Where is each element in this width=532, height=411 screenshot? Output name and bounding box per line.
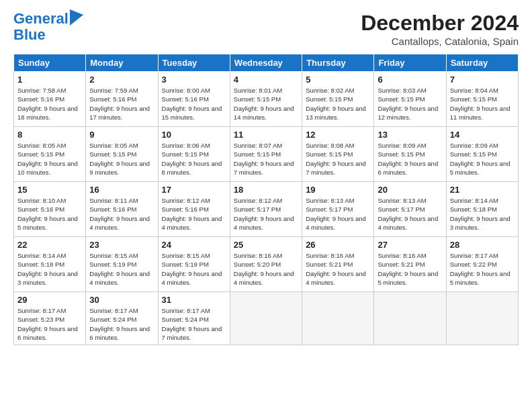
day-info: Sunrise: 8:05 AM Sunset: 5:15 PM Dayligh…: [17, 141, 82, 177]
day-number: 13: [378, 130, 442, 140]
day-number: 8: [17, 130, 82, 140]
day-info: Sunrise: 8:04 AM Sunset: 5:15 PM Dayligh…: [450, 86, 515, 122]
calendar-cell: 20 Sunrise: 8:13 AM Sunset: 5:17 PM Dayl…: [374, 182, 446, 237]
day-number: 12: [306, 130, 370, 140]
header-thursday: Thursday: [302, 54, 374, 72]
day-info: Sunrise: 8:15 AM Sunset: 5:19 PM Dayligh…: [162, 251, 226, 287]
day-info: Sunrise: 8:16 AM Sunset: 5:21 PM Dayligh…: [378, 251, 442, 287]
calendar-week-5: 29 Sunrise: 8:17 AM Sunset: 5:23 PM Dayl…: [14, 292, 519, 345]
day-info: Sunrise: 8:00 AM Sunset: 5:16 PM Dayligh…: [162, 86, 226, 122]
calendar-week-3: 15 Sunrise: 8:10 AM Sunset: 5:16 PM Dayl…: [14, 182, 519, 237]
calendar-cell: 21 Sunrise: 8:14 AM Sunset: 5:18 PM Dayl…: [446, 182, 518, 237]
day-number: 20: [378, 185, 442, 195]
calendar-cell: 30 Sunrise: 8:17 AM Sunset: 5:24 PM Dayl…: [86, 292, 158, 345]
weekday-header-row: Sunday Monday Tuesday Wednesday Thursday…: [14, 54, 519, 72]
header-tuesday: Tuesday: [158, 54, 230, 72]
day-number: 19: [306, 185, 370, 195]
calendar-cell: 26 Sunrise: 8:16 AM Sunset: 5:21 PM Dayl…: [302, 237, 374, 292]
calendar-cell: 22 Sunrise: 8:14 AM Sunset: 5:18 PM Dayl…: [14, 237, 86, 292]
day-info: Sunrise: 8:01 AM Sunset: 5:15 PM Dayligh…: [234, 86, 298, 122]
day-number: 29: [17, 295, 82, 305]
calendar-cell: 1 Sunrise: 7:58 AM Sunset: 5:16 PM Dayli…: [14, 72, 86, 127]
day-number: 2: [89, 75, 154, 85]
calendar-cell: 9 Sunrise: 8:05 AM Sunset: 5:15 PM Dayli…: [86, 127, 158, 182]
day-number: 31: [162, 295, 226, 305]
day-number: 10: [162, 130, 226, 140]
calendar-cell: [230, 292, 302, 345]
calendar-cell: 31 Sunrise: 8:17 AM Sunset: 5:24 PM Dayl…: [158, 292, 230, 345]
day-number: 17: [162, 185, 226, 195]
day-info: Sunrise: 8:16 AM Sunset: 5:21 PM Dayligh…: [306, 251, 370, 287]
calendar-cell: 12 Sunrise: 8:08 AM Sunset: 5:15 PM Dayl…: [302, 127, 374, 182]
calendar-cell: 10 Sunrise: 8:06 AM Sunset: 5:15 PM Dayl…: [158, 127, 230, 182]
day-info: Sunrise: 8:16 AM Sunset: 5:20 PM Dayligh…: [234, 251, 298, 287]
day-number: 15: [17, 185, 82, 195]
calendar-cell: 7 Sunrise: 8:04 AM Sunset: 5:15 PM Dayli…: [446, 72, 518, 127]
day-info: Sunrise: 8:17 AM Sunset: 5:22 PM Dayligh…: [450, 251, 515, 287]
day-number: 25: [234, 240, 298, 250]
calendar-cell: 5 Sunrise: 8:02 AM Sunset: 5:15 PM Dayli…: [302, 72, 374, 127]
day-info: Sunrise: 8:13 AM Sunset: 5:17 PM Dayligh…: [306, 196, 370, 232]
header-saturday: Saturday: [446, 54, 518, 72]
day-number: 3: [162, 75, 226, 85]
calendar-cell: 19 Sunrise: 8:13 AM Sunset: 5:17 PM Dayl…: [302, 182, 374, 237]
calendar-cell: 28 Sunrise: 8:17 AM Sunset: 5:22 PM Dayl…: [446, 237, 518, 292]
day-info: Sunrise: 8:14 AM Sunset: 5:18 PM Dayligh…: [17, 251, 82, 287]
calendar-cell: 16 Sunrise: 8:11 AM Sunset: 5:16 PM Dayl…: [86, 182, 158, 237]
day-info: Sunrise: 8:17 AM Sunset: 5:24 PM Dayligh…: [89, 306, 154, 342]
calendar-cell: 18 Sunrise: 8:12 AM Sunset: 5:17 PM Dayl…: [230, 182, 302, 237]
day-info: Sunrise: 8:17 AM Sunset: 5:23 PM Dayligh…: [17, 306, 82, 342]
day-number: 14: [450, 130, 515, 140]
day-number: 28: [450, 240, 515, 250]
page: General Blue December 2024 Cantallops, C…: [0, 0, 532, 411]
calendar-cell: 11 Sunrise: 8:07 AM Sunset: 5:15 PM Dayl…: [230, 127, 302, 182]
logo-icon: [70, 9, 83, 26]
day-info: Sunrise: 8:03 AM Sunset: 5:15 PM Dayligh…: [378, 86, 442, 122]
calendar-cell: 23 Sunrise: 8:15 AM Sunset: 5:19 PM Dayl…: [86, 237, 158, 292]
subtitle: Cantallops, Catalonia, Spain: [361, 36, 519, 47]
header-monday: Monday: [86, 54, 158, 72]
day-info: Sunrise: 8:09 AM Sunset: 5:15 PM Dayligh…: [378, 141, 442, 177]
header-sunday: Sunday: [14, 54, 86, 72]
day-info: Sunrise: 8:17 AM Sunset: 5:24 PM Dayligh…: [162, 306, 226, 342]
day-info: Sunrise: 8:12 AM Sunset: 5:17 PM Dayligh…: [234, 196, 298, 232]
day-number: 11: [234, 130, 298, 140]
month-title: December 2024: [361, 11, 519, 36]
day-info: Sunrise: 8:08 AM Sunset: 5:15 PM Dayligh…: [306, 141, 370, 177]
day-number: 21: [450, 185, 515, 195]
day-info: Sunrise: 8:06 AM Sunset: 5:15 PM Dayligh…: [162, 141, 226, 177]
day-number: 23: [89, 240, 154, 250]
day-info: Sunrise: 7:58 AM Sunset: 5:16 PM Dayligh…: [17, 86, 82, 122]
calendar-cell: 14 Sunrise: 8:09 AM Sunset: 5:15 PM Dayl…: [446, 127, 518, 182]
header-wednesday: Wednesday: [230, 54, 302, 72]
calendar-cell: 24 Sunrise: 8:15 AM Sunset: 5:19 PM Dayl…: [158, 237, 230, 292]
svg-marker-0: [70, 9, 83, 26]
calendar-week-4: 22 Sunrise: 8:14 AM Sunset: 5:18 PM Dayl…: [14, 237, 519, 292]
day-number: 27: [378, 240, 442, 250]
day-info: Sunrise: 8:11 AM Sunset: 5:16 PM Dayligh…: [89, 196, 154, 232]
day-number: 30: [89, 295, 154, 305]
calendar-cell: 13 Sunrise: 8:09 AM Sunset: 5:15 PM Dayl…: [374, 127, 446, 182]
calendar-cell: 6 Sunrise: 8:03 AM Sunset: 5:15 PM Dayli…: [374, 72, 446, 127]
logo-text: General: [13, 11, 69, 27]
day-number: 9: [89, 130, 154, 140]
day-number: 22: [17, 240, 82, 250]
calendar-cell: [302, 292, 374, 345]
day-number: 26: [306, 240, 370, 250]
day-info: Sunrise: 8:13 AM Sunset: 5:17 PM Dayligh…: [378, 196, 442, 232]
header: General Blue December 2024 Cantallops, C…: [13, 11, 519, 47]
calendar-cell: 15 Sunrise: 8:10 AM Sunset: 5:16 PM Dayl…: [14, 182, 86, 237]
day-number: 5: [306, 75, 370, 85]
calendar: Sunday Monday Tuesday Wednesday Thursday…: [13, 54, 519, 345]
day-info: Sunrise: 8:10 AM Sunset: 5:16 PM Dayligh…: [17, 196, 82, 232]
calendar-week-2: 8 Sunrise: 8:05 AM Sunset: 5:15 PM Dayli…: [14, 127, 519, 182]
calendar-cell: 3 Sunrise: 8:00 AM Sunset: 5:16 PM Dayli…: [158, 72, 230, 127]
day-info: Sunrise: 7:59 AM Sunset: 5:16 PM Dayligh…: [89, 86, 154, 122]
calendar-cell: 29 Sunrise: 8:17 AM Sunset: 5:23 PM Dayl…: [14, 292, 86, 345]
logo-line2: Blue: [13, 27, 83, 43]
header-friday: Friday: [374, 54, 446, 72]
day-info: Sunrise: 8:09 AM Sunset: 5:15 PM Dayligh…: [450, 141, 515, 177]
calendar-cell: 2 Sunrise: 7:59 AM Sunset: 5:16 PM Dayli…: [86, 72, 158, 127]
day-info: Sunrise: 8:15 AM Sunset: 5:19 PM Dayligh…: [89, 251, 154, 287]
calendar-week-1: 1 Sunrise: 7:58 AM Sunset: 5:16 PM Dayli…: [14, 72, 519, 127]
